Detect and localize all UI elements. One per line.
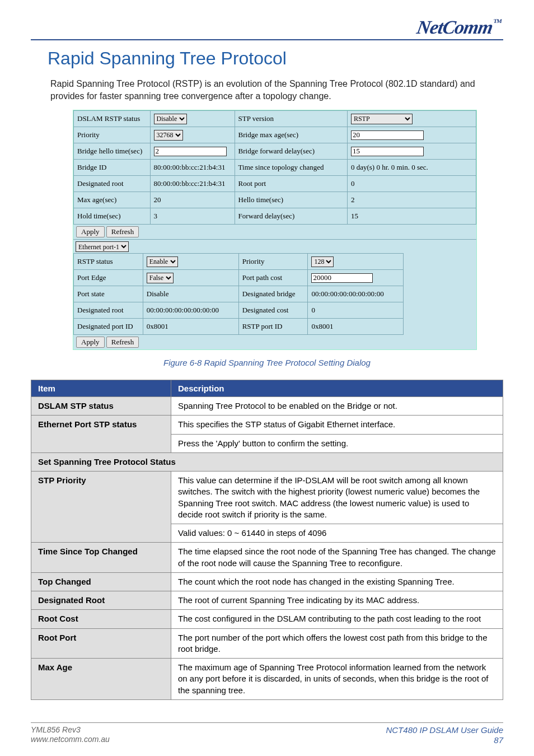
port-state-value: Disable xyxy=(143,286,238,302)
desc-header-description: Description xyxy=(171,380,503,397)
port-edge-label: Port Edge xyxy=(74,270,143,286)
bridge-fwd-input[interactable] xyxy=(351,147,424,156)
desc-item: Root Port xyxy=(31,628,171,659)
page-title: Rapid Spanning Tree Protocol xyxy=(48,48,503,69)
time-since-label: Time since topology changed xyxy=(235,160,347,176)
table-row: STP Priority This value can determine if… xyxy=(31,472,503,524)
desc-text: The root of current Spanning Tree indica… xyxy=(171,591,503,610)
port-edge-select[interactable]: False xyxy=(147,273,174,283)
bridge-max-age-input[interactable] xyxy=(351,130,424,140)
root-port-label: Root port xyxy=(235,176,347,192)
port-priority-select[interactable]: 128 xyxy=(311,256,334,267)
desc-text: This specifies the STP status of Gigabit… xyxy=(171,416,503,434)
designated-port-id-value: 0x8001 xyxy=(143,319,238,335)
hello-time-label: Hello time(sec) xyxy=(235,192,347,208)
intro-text: Rapid Spanning Tree Protocol (RSTP) is a… xyxy=(50,78,500,102)
designated-port-id-label: Designated port ID xyxy=(74,319,143,335)
hold-time-label: Hold time(sec) xyxy=(74,208,151,225)
bridge-id-label: Bridge ID xyxy=(74,160,151,176)
ethernet-port-select[interactable]: Ethernet port-1 xyxy=(76,241,129,252)
brand-logo: NetCommTM xyxy=(31,11,503,38)
rstp-port-id-label: RSTP port ID xyxy=(238,319,308,335)
desc-item: Root Cost xyxy=(31,610,171,628)
rstp-top-grid: DSLAM RSTP status Disable STP version RS… xyxy=(73,110,476,225)
desc-text: The maximum age of Spanning Tree Protoco… xyxy=(171,659,503,700)
table-row: Top Changed The count which the root nod… xyxy=(31,572,503,591)
table-row: Root Cost The cost configured in the DSL… xyxy=(31,610,503,628)
dslam-rstp-status-select[interactable]: Disable xyxy=(154,114,187,124)
port-state-label: Port state xyxy=(74,286,143,302)
rstp-dialog: DSLAM RSTP status Disable STP version RS… xyxy=(73,110,477,350)
bridge-hello-input[interactable] xyxy=(154,147,227,156)
desc-item: Max Age xyxy=(31,659,171,700)
port-priority-label: Priority xyxy=(238,254,308,270)
desc-item: Top Changed xyxy=(31,572,171,591)
desc-text: The count which the root node has change… xyxy=(171,572,503,591)
table-section-row: Set Spanning Tree Protocol Status xyxy=(31,452,503,471)
desc-item: Time Since Top Changed xyxy=(31,543,171,573)
designated-root-label: Designated root xyxy=(74,176,151,192)
desc-text: Spanning Tree Protocol to be enabled on … xyxy=(171,397,503,416)
table-row: Root Port The port number of the port wh… xyxy=(31,628,503,659)
desc-text: Press the 'Apply' button to confirm the … xyxy=(171,434,503,452)
brand-name: NetComm xyxy=(415,17,494,38)
table-row: Ethernet Port STP status This specifies … xyxy=(31,416,503,434)
brand-tm: TM xyxy=(493,18,502,24)
footer-guide: NCT480 IP DSLAM User Guide xyxy=(386,725,503,736)
rstp-status-select[interactable]: Enable xyxy=(147,256,178,267)
bridge-hello-label: Bridge hello time(sec) xyxy=(74,143,151,160)
desc-text: Valid values: 0 ~ 61440 in steps of 4096 xyxy=(171,524,503,543)
forward-delay-label: Forward delay(sec) xyxy=(235,208,347,225)
header-rule xyxy=(31,39,503,40)
rstp-port-id-value: 0x8001 xyxy=(308,319,404,335)
desc-item: DSLAM STP status xyxy=(31,397,171,416)
time-since-value: 0 day(s) 0 hr. 0 min. 0 sec. xyxy=(347,160,476,176)
port-path-cost-label: Port path cost xyxy=(238,270,308,286)
description-table: Item Description DSLAM STP status Spanni… xyxy=(31,380,503,700)
max-age-value: 20 xyxy=(150,192,235,208)
desc-text: The port number of the port which offers… xyxy=(171,628,503,659)
hello-time-value: 2 xyxy=(347,192,476,208)
page-footer: YML856 Rev3 www.netcomm.com.au NCT480 IP… xyxy=(31,722,503,746)
priority-label: Priority xyxy=(74,127,151,143)
desc-item: STP Priority xyxy=(31,472,171,543)
desc-item: Designated Root xyxy=(31,591,171,610)
root-port-value: 0 xyxy=(347,176,476,192)
table-row: DSLAM STP status Spanning Tree Protocol … xyxy=(31,397,503,416)
desc-text: This value can determine if the IP-DSLAM… xyxy=(171,472,503,524)
designated-cost-label: Designated cost xyxy=(238,302,308,319)
stp-version-select[interactable]: RSTP xyxy=(351,114,413,124)
desc-text: The cost configured in the DSLAM contrib… xyxy=(171,610,503,628)
hold-time-value: 3 xyxy=(150,208,235,225)
port-designated-root-label: Designated root xyxy=(74,302,143,319)
footer-page: 87 xyxy=(386,735,503,746)
rstp-status-label: RSTP status xyxy=(74,254,143,270)
rstp-port-grid: RSTP status Enable Priority 128 Port Edg… xyxy=(73,253,404,335)
bridge-fwd-label: Bridge forward delay(sec) xyxy=(235,143,347,160)
designated-bridge-label: Designated bridge xyxy=(238,286,308,302)
forward-delay-value: 15 xyxy=(347,208,476,225)
stp-version-label: STP version xyxy=(235,111,347,127)
apply-button-port[interactable]: Apply xyxy=(76,337,105,348)
port-designated-root-value: 00:00:00:00:00:00:00:00 xyxy=(143,302,238,319)
designated-bridge-value: 00:00:00:00:00:00:00:00 xyxy=(308,286,404,302)
desc-text: The time elapsed since the root node of … xyxy=(171,543,503,573)
refresh-button-top[interactable]: Refresh xyxy=(106,226,139,237)
apply-button-top[interactable]: Apply xyxy=(76,226,105,237)
max-age-label: Max age(sec) xyxy=(74,192,151,208)
designated-cost-value: 0 xyxy=(308,302,404,319)
table-row: Max Age The maximum age of Spanning Tree… xyxy=(31,659,503,700)
bridge-max-age-label: Bridge max age(sec) xyxy=(235,127,347,143)
designated-root-value: 80:00:00:bb:cc:21:b4:31 xyxy=(150,176,235,192)
dslam-rstp-status-label: DSLAM RSTP status xyxy=(74,111,151,127)
table-row: Time Since Top Changed The time elapsed … xyxy=(31,543,503,573)
refresh-button-port[interactable]: Refresh xyxy=(106,337,139,348)
table-row: Designated Root The root of current Span… xyxy=(31,591,503,610)
bridge-id-value: 80:00:00:bb:cc:21:b4:31 xyxy=(150,160,235,176)
desc-header-item: Item xyxy=(31,380,171,397)
footer-rev: YML856 Rev3 xyxy=(31,725,110,735)
port-path-cost-input[interactable] xyxy=(311,273,373,283)
footer-url: www.netcomm.com.au xyxy=(31,735,110,745)
priority-select[interactable]: 32768 xyxy=(154,130,183,141)
desc-section: Set Spanning Tree Protocol Status xyxy=(31,452,503,471)
